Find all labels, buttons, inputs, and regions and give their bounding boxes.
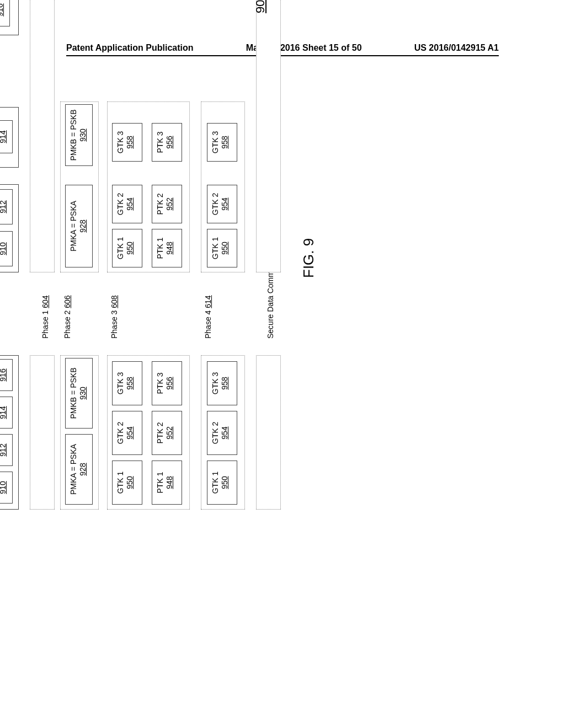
phase4-sta: GTK 1 950 GTK 2 954 GTK 3 958 (201, 355, 245, 510)
p3-sta-ptk2: PTK 2 952 (152, 411, 182, 455)
apa-rat1: RAT1 910 (0, 231, 13, 266)
phase3-label: Phase 3 608 (110, 295, 119, 339)
p3-ap-gtk3: GTK 3 958 (112, 123, 142, 162)
sta-rat2: RAT2 912 (0, 434, 13, 466)
phase1-label: Phase 1 604 (41, 295, 50, 339)
sta-ratn: RATN 916 (0, 359, 13, 391)
sta-rat1: RAT1 910 (0, 472, 13, 504)
phase2-sta-pmkb: PMKB = PSKB 930 (65, 358, 93, 429)
p4-ap-gtk3: GTK 3 958 (207, 123, 237, 162)
apb-box: AP B 904 PSK B 920 RAT3 914 (0, 107, 19, 168)
p3-ap-ptk2: PTK 2 952 (152, 185, 182, 223)
secure-ap (256, 0, 281, 272)
phase1-ap (30, 0, 55, 272)
phase2-ap-pmka: PMKA = PSKA 928 (65, 185, 93, 267)
network-ratn: RATN 916 (0, 0, 10, 26)
sta-rat3: RAT3 914 (0, 397, 13, 429)
phase4-label: Phase 4 614 (204, 295, 212, 339)
phase1-sta (30, 355, 55, 510)
p4-ap-gtk1: GTK 1 950 (207, 229, 237, 267)
figure-9: STA 102 PSK A 918 PSK B 920 RAT1 910 RAT… (0, 0, 380, 521)
p3-ap-gtk2: GTK 2 954 (112, 185, 142, 223)
phase2-label: Phase 2 606 (63, 295, 72, 339)
phase2-sta-pmka: PMKA = PSKA 928 (65, 434, 93, 505)
figure-label: FIG. 9 (300, 238, 317, 278)
phase2-ap-pmkb: PMKB = PSKB 930 (65, 104, 93, 166)
p4-sta-gtk3: GTK 3 958 (207, 361, 237, 405)
phase4-ap: GTK 1 950 GTK 2 954 GTK 3 958 (201, 101, 245, 272)
p3-sta-ptk3: PTK 3 956 (152, 361, 182, 405)
p4-sta-gtk2: GTK 2 954 (207, 411, 237, 455)
figure-ref: 900 (253, 0, 268, 13)
p3-sta-gtk1: GTK 1 950 (112, 461, 142, 505)
p3-ap-ptk3: PTK 3 956 (152, 123, 182, 162)
apb-rat3: RAT3 914 (0, 120, 13, 153)
header-right: US 2016/0142915 A1 (414, 43, 499, 53)
p3-sta-gtk2: GTK 2 954 (112, 411, 142, 455)
p4-ap-gtk2: GTK 2 954 (207, 185, 237, 223)
phase2-ap: PMKA = PSKA 928 PMKB = PSKB 930 (60, 101, 99, 272)
p3-ap-gtk1: GTK 1 950 (112, 229, 142, 267)
apa-box: AP A 902 PSK A 918 RAT1 910 RAT2 912 (0, 184, 19, 272)
p3-sta-ptk1: PTK 1 948 (152, 461, 182, 505)
secure-sta (256, 355, 281, 510)
network-box: Network 908 RATN 916 (0, 0, 19, 35)
sta-box: STA 102 PSK A 918 PSK B 920 RAT1 910 RAT… (0, 355, 19, 510)
apa-rat2: RAT2 912 (0, 189, 13, 224)
phase2-sta: PMKA = PSKA 928 PMKB = PSKB 930 (60, 355, 99, 510)
p3-sta-gtk3: GTK 3 958 (112, 361, 142, 405)
phase3-ap: GTK 1 950 GTK 2 954 GTK 3 958 PTK 1 948 … (107, 101, 190, 272)
phase3-sta: GTK 1 950 GTK 2 954 GTK 3 958 PTK 1 948 … (107, 355, 190, 510)
p4-sta-gtk1: GTK 1 950 (207, 461, 237, 505)
p3-ap-ptk1: PTK 1 948 (152, 229, 182, 267)
